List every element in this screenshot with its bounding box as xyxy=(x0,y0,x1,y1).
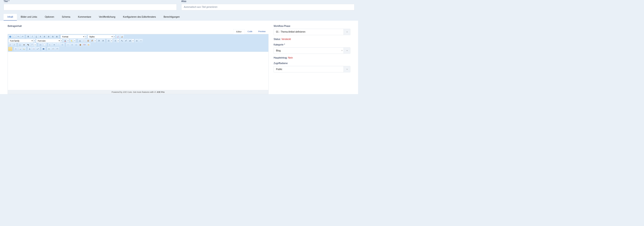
print-icon[interactable] xyxy=(22,43,26,47)
forecolor-picker[interactable]: A ▼ xyxy=(63,39,70,43)
visualblocks-icon[interactable] xyxy=(74,43,78,47)
title-input[interactable] xyxy=(4,4,177,10)
tab-bilder-links[interactable]: Bilder und Links xyxy=(17,14,41,21)
preview-icon[interactable] xyxy=(30,43,34,47)
case-change[interactable]: aA ▼ xyxy=(128,39,135,43)
font-family-select[interactable]: Font family xyxy=(8,39,33,43)
unordered-list[interactable]: ▼ xyxy=(107,39,113,43)
align-right-icon[interactable] xyxy=(51,35,55,39)
copy-icon[interactable] xyxy=(82,39,86,43)
spellcheck-icon[interactable]: abc xyxy=(47,47,51,51)
access-select[interactable]: Public xyxy=(274,66,350,72)
case-caret-icon[interactable]: ▼ xyxy=(132,39,134,43)
div-container-icon[interactable] xyxy=(52,43,56,47)
cleanup-icon[interactable] xyxy=(120,35,124,39)
tab-optionen[interactable]: Optionen xyxy=(41,14,58,21)
source-code-icon[interactable] xyxy=(51,47,55,51)
insert-image-icon[interactable] xyxy=(22,47,26,51)
ordered-list-icon[interactable]: 123 xyxy=(114,39,118,43)
font-size-caret-icon[interactable]: ▼ xyxy=(60,39,62,43)
unordered-list-icon[interactable] xyxy=(107,39,111,43)
search-replace-icon[interactable] xyxy=(26,43,30,47)
editor-view-editor[interactable]: Editor xyxy=(234,29,245,34)
pagebreak-icon[interactable] xyxy=(42,43,46,47)
editor-content-area[interactable] xyxy=(8,52,268,90)
fullscreen-icon[interactable] xyxy=(18,43,22,47)
blockquote-icon[interactable] xyxy=(48,43,52,47)
iframe-icon[interactable] xyxy=(56,47,60,51)
tab-inhalt[interactable]: Inhalt xyxy=(4,14,17,21)
backcolor-picker[interactable]: ▼ xyxy=(70,39,76,43)
paste-icon[interactable] xyxy=(86,39,90,43)
clear-formatting-icon[interactable] xyxy=(116,35,120,39)
align-justify-icon[interactable] xyxy=(55,35,59,39)
paste-special-icon[interactable] xyxy=(90,39,94,43)
span-icon[interactable] xyxy=(56,43,60,47)
forecolor-caret-icon[interactable]: ▼ xyxy=(67,39,69,43)
readmore-icon[interactable] xyxy=(38,43,42,47)
clear-category-icon[interactable]: × xyxy=(341,49,342,52)
charmap-icon[interactable]: Ω xyxy=(135,39,139,43)
undo-icon[interactable] xyxy=(16,35,20,39)
font-size-select[interactable]: Font size xyxy=(36,39,60,43)
italic-icon[interactable]: I xyxy=(30,35,34,39)
tab-berechtigungen[interactable]: Berechtigungen xyxy=(160,14,184,21)
styles-select[interactable]: Styles xyxy=(88,35,113,39)
alias-input[interactable] xyxy=(181,4,354,10)
cut-icon[interactable] xyxy=(78,39,82,43)
media-icon[interactable] xyxy=(42,47,46,51)
format-caret-icon[interactable]: ▼ xyxy=(85,35,87,39)
strikethrough-icon[interactable]: S xyxy=(38,35,42,39)
preview-button[interactable]: ▼ xyxy=(30,43,37,47)
paste-special-caret-icon[interactable]: ▼ xyxy=(94,39,96,43)
rtl-icon[interactable] xyxy=(12,43,16,47)
align-left-icon[interactable] xyxy=(42,35,46,39)
paste-special[interactable]: ▼ xyxy=(90,39,97,43)
show-invisibles-icon[interactable]: ¶ xyxy=(14,47,18,51)
columns-icon[interactable] xyxy=(60,43,64,47)
help-icon[interactable]: ? xyxy=(8,35,12,39)
unlink-icon[interactable] xyxy=(32,47,36,51)
underline-icon[interactable]: U xyxy=(34,35,38,39)
tab-konfig-editor[interactable]: Konfigurieren des Editorfensters xyxy=(119,14,160,21)
new-document-icon[interactable] xyxy=(12,35,16,39)
indent-increase-icon[interactable] xyxy=(101,39,105,43)
preview-caret-icon[interactable]: ▼ xyxy=(34,43,36,47)
superscript-icon[interactable]: A2 xyxy=(124,39,128,43)
style-css-icon[interactable] xyxy=(18,47,22,51)
category-select[interactable]: Blog × xyxy=(274,47,350,54)
format-select[interactable]: Format xyxy=(60,35,85,39)
svg-rect-47 xyxy=(10,48,11,50)
backcolor-icon[interactable] xyxy=(70,39,74,43)
workflow-select[interactable]: 01 - Thema Artikel definieren xyxy=(274,29,350,35)
redo-icon[interactable] xyxy=(21,35,25,39)
hr-icon[interactable] xyxy=(139,39,143,43)
visualchars-icon[interactable] xyxy=(70,43,74,47)
tab-veroeffentlichung[interactable]: Veröffentlichung xyxy=(95,14,119,21)
bold-icon[interactable]: B xyxy=(26,35,30,39)
subscript-icon[interactable]: A2 xyxy=(120,39,124,43)
clipboard-upload-icon[interactable] xyxy=(78,43,82,47)
link-icon[interactable] xyxy=(36,47,40,51)
jce-pro-link[interactable]: JCE Pro xyxy=(156,91,164,93)
text-color2-icon[interactable]: AA xyxy=(83,43,86,47)
tab-schema[interactable]: Schema xyxy=(58,14,74,21)
nonbreaking-icon[interactable] xyxy=(66,43,70,47)
ul-caret-icon[interactable]: ▼ xyxy=(110,39,112,43)
align-center-icon[interactable] xyxy=(47,35,51,39)
editor-view-preview[interactable]: Preview xyxy=(255,29,268,34)
styles-caret-icon[interactable]: ▼ xyxy=(113,35,115,39)
indent-decrease-icon[interactable] xyxy=(97,39,101,43)
ol-caret-icon[interactable]: ▼ xyxy=(117,39,119,43)
backcolor-caret-icon[interactable]: ▼ xyxy=(74,39,76,43)
case-change-icon[interactable]: aA xyxy=(128,39,132,43)
ltr-icon[interactable] xyxy=(8,43,12,47)
template-box-icon[interactable] xyxy=(86,43,90,47)
table-icon[interactable] xyxy=(8,47,12,51)
tab-kommentare[interactable]: Kommentare xyxy=(74,14,95,21)
editor-view-code[interactable]: Code xyxy=(244,29,255,34)
font-family-caret-icon[interactable]: ▼ xyxy=(33,39,36,43)
forecolor-icon[interactable]: A xyxy=(63,39,67,43)
anchor-icon[interactable] xyxy=(28,47,32,51)
ordered-list[interactable]: 123 ▼ xyxy=(114,39,120,43)
